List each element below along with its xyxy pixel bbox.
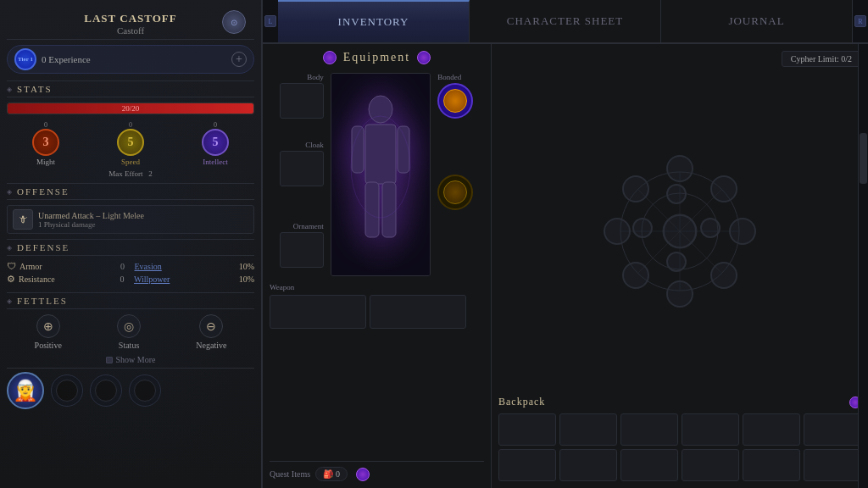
- backpack-slot-8[interactable]: [559, 449, 617, 481]
- equipment-grid: Body Cloak Ornament: [270, 73, 484, 276]
- equipment-title: Equipment: [343, 51, 410, 64]
- equipment-gem-right: [417, 51, 431, 64]
- experience-text: 0 Experience: [42, 54, 226, 64]
- tab-bar: L Inventory Character Sheet Journal R: [263, 0, 868, 44]
- svg-rect-2: [352, 126, 364, 173]
- defense-header: Defense: [7, 239, 254, 256]
- might-stat: 0 3 Might: [7, 121, 85, 166]
- character-silhouette: [347, 91, 415, 259]
- svg-rect-1: [365, 125, 396, 184]
- backpack-slot-5[interactable]: [743, 413, 800, 446]
- bonded-slot[interactable]: [437, 83, 473, 119]
- armor-icon: 🛡: [7, 261, 16, 271]
- fettles-row: ⊕ Positive ◎ Status ⊖ Negative: [7, 314, 254, 350]
- tab-edge-icon: L: [264, 15, 276, 27]
- character-portrait-icon[interactable]: ⊙: [222, 10, 246, 34]
- right-ornament-slot[interactable]: [437, 175, 473, 210]
- backpack-slot-6[interactable]: [804, 413, 861, 446]
- cypher-grid: [498, 74, 861, 389]
- tab-inventory[interactable]: Inventory: [278, 0, 470, 42]
- show-more-dot: [106, 357, 113, 363]
- evasion-pct: 10%: [229, 262, 254, 271]
- tab-journal[interactable]: Journal: [661, 0, 853, 42]
- backpack-title: Backpack: [498, 396, 545, 408]
- negative-label: Negative: [196, 341, 226, 350]
- might-label: Might: [36, 158, 55, 166]
- equipment-gem-left: [323, 51, 337, 64]
- weapon-slot-2[interactable]: [370, 295, 466, 329]
- tab-edge-right: R: [853, 0, 868, 42]
- negative-icon: ⊖: [199, 314, 223, 338]
- hp-bar: 20/20: [7, 103, 254, 114]
- status-fettle[interactable]: ◎ Status: [117, 314, 141, 350]
- backpack-slot-3[interactable]: [620, 413, 678, 446]
- max-effort: Max Effort 2: [7, 169, 254, 178]
- main-container: Last Castoff Castoff ⊙ Tier 1 0 Experien…: [0, 0, 868, 488]
- svg-rect-5: [382, 182, 396, 237]
- companion-slot-1[interactable]: [51, 374, 83, 407]
- offense-item[interactable]: 🗡 Unarmed Attack – Light Melee 1 Physica…: [7, 205, 254, 234]
- willpower-link[interactable]: Willpower: [134, 274, 225, 284]
- character-name: Last Castoff: [7, 12, 254, 25]
- scroll-bar[interactable]: [858, 44, 868, 488]
- negative-fettle[interactable]: ⊖ Negative: [196, 314, 226, 350]
- tier-badge: Tier 1: [14, 48, 36, 70]
- weapon-area: Weapon: [270, 283, 484, 329]
- add-experience-button[interactable]: +: [231, 52, 247, 67]
- armor-row: 🛡 Armor 0 Evasion 10%: [7, 261, 254, 271]
- party-bar: 🧝: [7, 368, 254, 409]
- character-header: Last Castoff Castoff ⊙: [7, 7, 254, 40]
- offense-name: Unarmed Attack – Light Melee: [38, 211, 144, 220]
- backpack-slot-7[interactable]: [498, 449, 556, 481]
- companion-inner-1: [56, 380, 78, 402]
- companion-inner-3: [134, 380, 156, 402]
- speed-badge[interactable]: 5: [117, 129, 144, 156]
- backpack-slot-11[interactable]: [743, 449, 800, 481]
- offense-item-icon: 🗡: [13, 209, 33, 230]
- content-area: Equipment Body Cloak: [263, 44, 868, 488]
- evasion-link[interactable]: Evasion: [135, 262, 226, 271]
- defense-section: Defense 🛡 Armor 0 Evasion 10% ⚙ Resistan…: [7, 239, 254, 287]
- might-badge[interactable]: 3: [32, 129, 59, 156]
- armor-value: 0: [114, 262, 131, 271]
- backpack-slot-4[interactable]: [682, 413, 739, 446]
- equip-slots-right: Bonded: [437, 73, 484, 276]
- stats-header: Stats: [7, 80, 254, 97]
- tab-character-sheet[interactable]: Character Sheet: [470, 0, 661, 42]
- weapon-slot-1[interactable]: [270, 295, 366, 329]
- scroll-grip[interactable]: [860, 133, 867, 184]
- armor-label: Armor: [19, 262, 111, 271]
- companion-slot-2[interactable]: [90, 374, 122, 407]
- backpack-slot-12[interactable]: [804, 449, 861, 481]
- fettles-section: Fettles ⊕ Positive ◎ Status ⊖ Negative: [7, 292, 254, 350]
- backpack-header: Backpack: [498, 396, 861, 408]
- bonded-label: Bonded: [437, 73, 484, 81]
- backpack-slot-9[interactable]: [620, 449, 678, 481]
- show-more-button[interactable]: Show More: [7, 355, 254, 364]
- status-icon: ◎: [117, 314, 141, 338]
- cypher-limit: Cypher Limit: 0/2: [782, 51, 861, 67]
- cloak-label: Cloak: [270, 141, 324, 149]
- svg-point-0: [369, 96, 392, 123]
- cloak-slot[interactable]: [280, 151, 324, 186]
- positive-fettle[interactable]: ⊕ Positive: [35, 314, 62, 350]
- player-avatar[interactable]: 🧝: [7, 372, 44, 409]
- left-panel: Last Castoff Castoff ⊙ Tier 1 0 Experien…: [0, 0, 263, 488]
- offense-section: Offense 🗡 Unarmed Attack – Light Melee 1…: [7, 183, 254, 234]
- backpack-slot-2[interactable]: [559, 413, 617, 446]
- tab-edge-left: L: [263, 0, 278, 42]
- positive-icon: ⊕: [36, 314, 60, 338]
- speed-label: Speed: [121, 158, 140, 166]
- experience-row: Tier 1 0 Experience +: [7, 45, 254, 74]
- companion-slot-3[interactable]: [129, 374, 161, 407]
- resistance-icon: ⚙: [7, 274, 15, 285]
- backpack-slot-10[interactable]: [682, 449, 739, 481]
- might-current: 0: [44, 121, 47, 129]
- speed-stat: 0 5 Speed: [92, 121, 170, 166]
- backpack-slot-1[interactable]: [498, 413, 556, 446]
- quest-bar: Quest Items 🎒 0: [270, 461, 484, 481]
- intellect-badge[interactable]: 5: [202, 129, 229, 156]
- right-panel: Cypher Limit: 0/2: [492, 44, 868, 488]
- ornament-slot[interactable]: [280, 232, 324, 268]
- body-slot[interactable]: [280, 83, 324, 119]
